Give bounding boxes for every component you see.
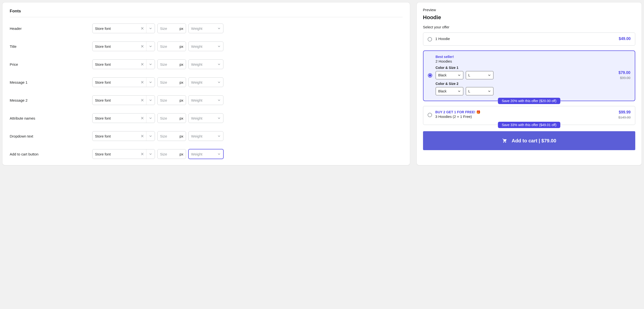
font-row-label: Price: [10, 62, 92, 66]
chevron-down-icon: [488, 74, 491, 77]
font-row-label: Attribute names: [10, 116, 92, 120]
chevron-down-icon[interactable]: [215, 27, 223, 30]
font-weight-placeholder: Weight: [189, 134, 215, 138]
font-size-input[interactable]: Size px: [157, 95, 186, 105]
offer-2-savings-pill: Save 20% with this offer ($20.00 off): [498, 98, 560, 104]
chevron-down-icon: [458, 74, 461, 77]
clear-icon[interactable]: [138, 131, 146, 141]
font-size-placeholder: Size: [158, 44, 177, 48]
chevron-down-icon[interactable]: [146, 99, 155, 102]
chevron-down-icon[interactable]: [146, 27, 155, 30]
font-family-select[interactable]: Store font: [92, 95, 155, 105]
font-size-unit: px: [177, 80, 186, 84]
chevron-down-icon[interactable]: [215, 63, 223, 66]
font-weight-select[interactable]: Weight: [188, 59, 224, 69]
variant-1-color-select[interactable]: Black: [436, 71, 463, 79]
font-size-input[interactable]: Size px: [157, 131, 186, 141]
chevron-down-icon: [488, 90, 491, 93]
font-weight-select[interactable]: Weight: [188, 23, 224, 33]
chevron-down-icon[interactable]: [146, 153, 155, 155]
chevron-down-icon[interactable]: [146, 135, 155, 138]
chevron-down-icon[interactable]: [215, 117, 223, 120]
font-family-value: Store font: [92, 134, 138, 138]
font-family-select[interactable]: Store font: [92, 59, 155, 69]
font-family-select[interactable]: Store font: [92, 23, 155, 33]
variant-2-label: Color & Size 2: [436, 82, 494, 86]
font-family-select[interactable]: Store font: [92, 41, 155, 51]
chevron-down-icon[interactable]: [215, 45, 223, 48]
offer-2-price: $79.00: [618, 71, 630, 75]
chevron-down-icon[interactable]: [215, 81, 223, 84]
radio-checked-icon[interactable]: [428, 73, 432, 78]
offer-2[interactable]: Best seller! 2 Hoodies Color & Size 1 Bl…: [423, 50, 635, 101]
add-to-cart-label: Add to cart | $79.00: [512, 138, 556, 144]
font-size-unit: px: [177, 152, 186, 156]
font-row-label: Message 1: [10, 80, 92, 84]
chevron-down-icon[interactable]: [215, 99, 223, 102]
radio-unchecked-icon[interactable]: [428, 37, 432, 41]
font-weight-select[interactable]: Weight: [188, 41, 224, 51]
offer-3-savings-pill: Save 33% with this offer ($49.01 off): [498, 122, 560, 128]
font-family-select[interactable]: Store font: [92, 77, 155, 87]
offer-1-price: $49.00: [619, 37, 631, 41]
font-weight-select[interactable]: Weight: [188, 77, 224, 87]
font-size-placeholder: Size: [158, 116, 177, 120]
font-size-input[interactable]: Size px: [157, 77, 186, 87]
chevron-down-icon[interactable]: [215, 153, 223, 155]
font-row-label: Dropdown text: [10, 134, 92, 138]
font-size-unit: px: [177, 116, 186, 120]
clear-icon[interactable]: [138, 60, 146, 69]
offer-1[interactable]: 1 Hoodie $49.00: [423, 32, 635, 46]
font-row-label: Header: [10, 26, 92, 30]
font-weight-placeholder: Weight: [189, 44, 215, 48]
font-size-input[interactable]: Size px: [157, 41, 186, 51]
font-weight-select[interactable]: Weight: [188, 149, 224, 159]
offer-2-badge: Best seller!: [436, 55, 494, 59]
font-size-placeholder: Size: [158, 26, 177, 30]
clear-icon[interactable]: [138, 78, 146, 87]
font-family-value: Store font: [92, 98, 138, 102]
chevron-down-icon[interactable]: [146, 81, 155, 84]
offer-3[interactable]: BUY 2 GET 1 FOR FREE! 🎁 3 Hoodies (2 + 1…: [423, 106, 635, 125]
font-row-label: Title: [10, 44, 92, 48]
font-family-select[interactable]: Store font: [92, 131, 155, 141]
chevron-down-icon: [458, 90, 461, 93]
chevron-down-icon[interactable]: [146, 63, 155, 66]
preview-heading: Preview: [423, 8, 635, 12]
font-size-input[interactable]: Size px: [157, 149, 186, 159]
preview-card: Preview Hoodie Select your offer 1 Hoodi…: [417, 2, 642, 165]
font-size-placeholder: Size: [158, 134, 177, 138]
variant-1-size-select[interactable]: L: [466, 71, 494, 79]
font-size-unit: px: [177, 26, 186, 30]
font-size-unit: px: [177, 98, 186, 102]
variant-2-color-select[interactable]: Black: [436, 87, 463, 95]
font-family-select[interactable]: Store font: [92, 149, 155, 159]
add-to-cart-button[interactable]: Add to cart | $79.00: [423, 131, 635, 150]
offer-2-name: 2 Hoodies: [436, 59, 494, 63]
offer-3-name: 3 Hoodies (2 + 1 Free): [436, 114, 480, 119]
offer-1-name: 1 Hoodie: [436, 37, 450, 41]
font-size-input[interactable]: Size px: [157, 23, 186, 33]
font-size-input[interactable]: Size px: [157, 59, 186, 69]
font-family-select[interactable]: Store font: [92, 113, 155, 123]
font-size-input[interactable]: Size px: [157, 113, 186, 123]
clear-icon[interactable]: [138, 42, 146, 51]
variant-2-size-select[interactable]: L: [466, 87, 494, 95]
font-weight-select[interactable]: Weight: [188, 113, 224, 123]
chevron-down-icon[interactable]: [146, 117, 155, 120]
font-weight-select[interactable]: Weight: [188, 95, 224, 105]
chevron-down-icon[interactable]: [215, 135, 223, 138]
clear-icon[interactable]: [138, 149, 146, 159]
chevron-down-icon[interactable]: [146, 45, 155, 48]
variant-1-label: Color & Size 1: [436, 66, 494, 70]
font-weight-placeholder: Weight: [189, 80, 215, 84]
offer-2-compare-price: $99.00: [618, 76, 630, 80]
font-weight-placeholder: Weight: [189, 116, 215, 120]
clear-icon[interactable]: [138, 113, 146, 123]
radio-unchecked-icon[interactable]: [428, 113, 432, 117]
clear-icon[interactable]: [138, 24, 146, 33]
fonts-card: Fonts Header Store font Size px Weight: [2, 2, 410, 165]
font-weight-select[interactable]: Weight: [188, 131, 224, 141]
font-family-value: Store font: [92, 62, 138, 66]
clear-icon[interactable]: [138, 96, 146, 105]
